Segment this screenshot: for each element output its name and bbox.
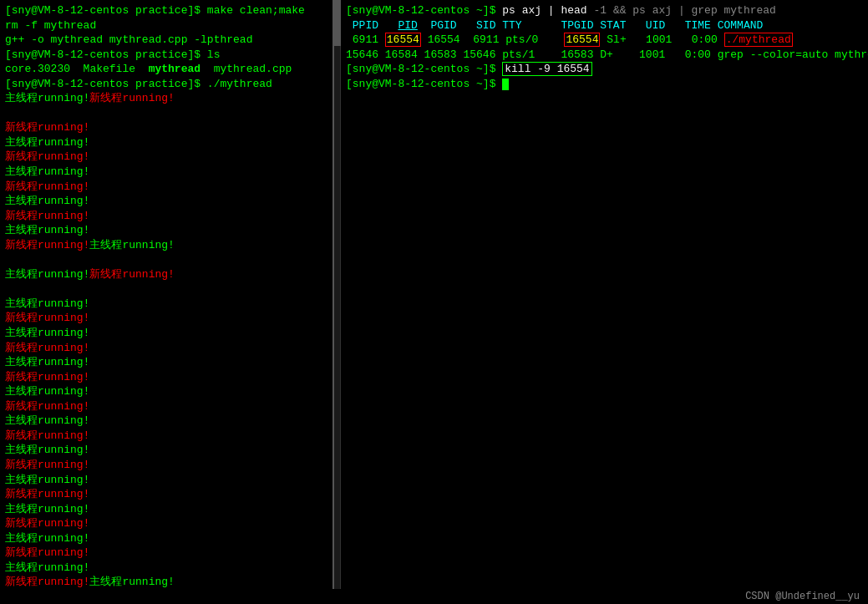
left-line-3: g++ -o mythread mythread.cpp -lpthread — [5, 33, 327, 48]
left-line-33: 新线程running! — [5, 516, 327, 531]
left-line-17: 主线程running!新线程running! — [5, 267, 327, 282]
left-line-11: 主线程running! — [5, 165, 327, 180]
left-line-15: 主线程running! — [5, 223, 327, 238]
left-blank-2 — [5, 252, 327, 267]
left-line-14: 新线程running! — [5, 209, 327, 224]
left-terminal[interactable]: [sny@VM-8-12-centos practice]$ make clea… — [0, 0, 334, 589]
left-line-23: 新线程running! — [5, 370, 327, 385]
right-header: PPID PID PGID SID TTY TPGID STAT UID TIM… — [346, 18, 863, 33]
left-line-34: 主线程running! — [5, 531, 327, 546]
left-line-16: 新线程running!主线程running! — [5, 238, 327, 253]
right-row1: 6911 16554 16554 6911 pts/0 16554 Sl+ 10… — [346, 33, 863, 48]
left-scrollbar[interactable] — [334, 0, 341, 589]
left-line-13: 主线程running! — [5, 194, 327, 209]
left-line-30: 主线程running! — [5, 473, 327, 488]
left-line-24: 主线程running! — [5, 384, 327, 399]
left-line-32: 主线程running! — [5, 502, 327, 517]
left-line-9: 主线程running! — [5, 135, 327, 150]
left-blank-3 — [5, 282, 327, 297]
left-line-28: 主线程running! — [5, 443, 327, 458]
left-line-18: 主线程running! — [5, 297, 327, 312]
left-line-26: 主线程running! — [5, 414, 327, 429]
left-line-19: 新线程running! — [5, 311, 327, 326]
left-line-8: 新线程running! — [5, 120, 327, 135]
left-blank-1 — [5, 106, 327, 121]
left-line-4: [sny@VM-8-12-centos practice]$ ls — [5, 48, 327, 63]
left-line-12: 新线程running! — [5, 180, 327, 195]
left-line-29: 新线程running! — [5, 458, 327, 473]
left-line-10: 新线程running! — [5, 150, 327, 165]
left-line-5: core.30230 Makefile mythread mythread.cp… — [5, 62, 327, 77]
left-line-25: 新线程running! — [5, 399, 327, 414]
left-line-20: 主线程running! — [5, 326, 327, 341]
left-line-35: 新线程running! — [5, 546, 327, 561]
scrollbar-thumb[interactable] — [334, 0, 341, 46]
right-terminal[interactable]: [sny@VM-8-12-centos ~]$ ps axj | head -1… — [341, 0, 868, 589]
right-row2: 15646 16584 16583 15646 pts/1 16583 D+ 1… — [346, 48, 863, 63]
left-line-21: 新线程running! — [5, 341, 327, 356]
left-line-2: rm -f mythread — [5, 18, 327, 33]
left-line-31: 新线程running! — [5, 487, 327, 502]
left-line-22: 主线程running! — [5, 355, 327, 370]
right-final-prompt: [sny@VM-8-12-centos ~]$ — [346, 77, 863, 92]
right-kill-line: [sny@VM-8-12-centos ~]$ kill -9 16554 — [346, 62, 863, 77]
left-line-7: 主线程running!新线程running! — [5, 91, 327, 106]
footer: CSDN @Undefined__yu — [0, 589, 868, 604]
footer-text: CSDN @Undefined__yu — [745, 591, 860, 602]
left-line-27: 新线程running! — [5, 429, 327, 444]
left-line-6: [sny@VM-8-12-centos practice]$ ./mythrea… — [5, 77, 327, 92]
left-line-36: 主线程running! — [5, 561, 327, 576]
left-line-1: [sny@VM-8-12-centos practice]$ make clea… — [5, 3, 327, 18]
right-cmd-line: [sny@VM-8-12-centos ~]$ ps axj | head -1… — [346, 3, 863, 18]
left-line-37: 新线程running!主线程running! — [5, 575, 327, 589]
